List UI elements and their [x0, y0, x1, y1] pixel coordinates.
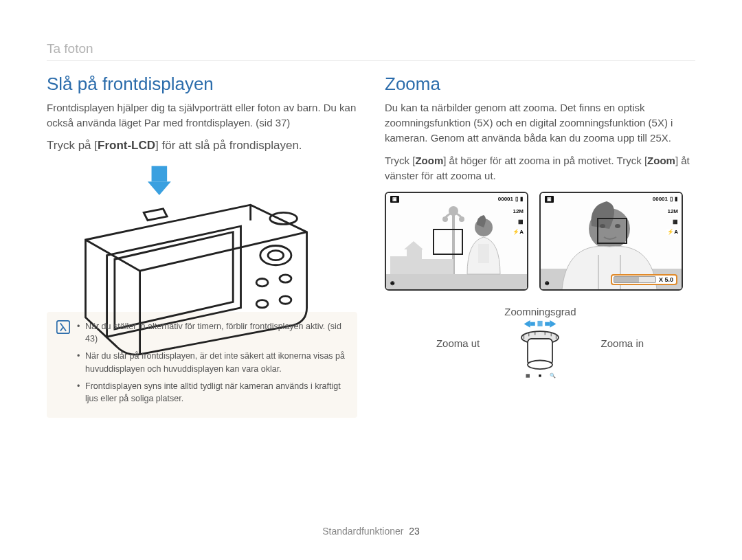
right-column: Zooma Du kan ta närbilder genom att zoom…	[385, 74, 695, 418]
focus-box	[433, 229, 463, 255]
instr-pre: Tryck på [	[47, 139, 98, 152]
svg-text:▦: ▦	[526, 372, 530, 379]
r-instr-b1: Zoom	[415, 155, 443, 166]
svg-rect-17	[419, 259, 453, 274]
screen-zoomed: ▣ 00001 ▯ ▮ 12M ▦ ⚡A ☻	[539, 192, 683, 291]
two-column-layout: Slå på frontdisplayen Frontdisplayen hjä…	[47, 74, 695, 418]
osd-flash: ⚡A	[512, 229, 524, 235]
osd-quality-icon: ▦	[517, 219, 524, 225]
svg-point-7	[280, 295, 291, 303]
zoomningsgrad-label: Zoomningsgrad	[504, 306, 576, 317]
note-list: När du ställer in alternativ för timern,…	[77, 320, 348, 410]
svg-rect-19	[386, 274, 527, 289]
svg-rect-0	[152, 166, 168, 181]
zoom-in-label: Zooma in	[601, 337, 644, 349]
manual-page: Ta foton Slå på frontdisplayen Frontdisp…	[0, 0, 742, 560]
camera-mode-icon: ▣	[390, 196, 399, 203]
svg-point-13	[442, 216, 448, 222]
focus-box	[597, 218, 627, 244]
left-column: Slå på frontdisplayen Frontdisplayen hjä…	[47, 74, 357, 418]
osd-res: 12M	[512, 208, 524, 214]
osd-counter: 00001	[653, 196, 668, 202]
right-heading: Zooma	[385, 74, 695, 95]
svg-rect-21	[478, 244, 489, 263]
battery-icon: ▮	[520, 196, 523, 202]
camera-illustration	[47, 162, 357, 300]
osd-res: 12M	[666, 208, 679, 214]
svg-point-5	[280, 274, 291, 282]
sd-icon: ▯	[515, 196, 518, 202]
face-icon: ☻	[389, 279, 396, 287]
right-intro: Du kan ta närbilder genom att zooma. Det…	[385, 100, 695, 145]
footer-page: 23	[409, 526, 420, 537]
svg-marker-29	[550, 320, 556, 328]
svg-point-14	[459, 216, 464, 222]
screen-wide: ▣ 00001 ▯ ▮ 12M ▦ ⚡A ☻	[385, 192, 528, 291]
preview-screens: ▣ 00001 ▯ ▮ 12M ▦ ⚡A ☻	[385, 192, 695, 291]
svg-point-8	[270, 212, 297, 224]
instr-bold: Front-LCD	[98, 139, 155, 152]
sd-icon: ▯	[670, 196, 673, 202]
left-instruction: Tryck på [Front-LCD] för att slå på fron…	[47, 139, 357, 153]
instr-post: ] för att slå på frondisplayen.	[155, 139, 302, 152]
divider	[47, 60, 695, 61]
osd-top: ▣ 00001 ▯ ▮	[545, 196, 677, 203]
note-item: När du slår på frontdisplayen, är det in…	[77, 350, 348, 376]
osd-right-col: 12M ▦ ⚡A	[666, 208, 679, 235]
svg-point-3	[268, 250, 284, 260]
zoom-labels: Zooma ut Zoomningsgrad	[385, 306, 695, 382]
svg-point-40	[528, 360, 552, 369]
left-heading: Slå på frontdisplayen	[47, 74, 357, 95]
svg-marker-1	[148, 181, 171, 195]
zoom-out-label: Zooma ut	[436, 337, 480, 349]
camera-mode-icon: ▣	[545, 196, 554, 203]
osd-flash: ⚡A	[666, 229, 679, 235]
svg-marker-27	[524, 320, 530, 328]
page-footer: Standardfunktioner 23	[0, 526, 742, 537]
chapter-title: Ta foton	[47, 41, 695, 56]
svg-point-4	[256, 278, 268, 286]
osd-counter: 00001	[498, 196, 513, 202]
svg-point-6	[256, 300, 268, 307]
zoom-center: Zoomningsgrad	[504, 306, 576, 382]
svg-rect-31	[538, 321, 543, 326]
zoom-indicator: X 5.0	[611, 274, 677, 285]
battery-icon: ▮	[675, 196, 677, 202]
arrow-down-icon	[148, 166, 171, 194]
note-icon	[56, 320, 70, 334]
r-instr-mid: ] åt höger för att zooma in på motivet. …	[443, 155, 647, 166]
zoom-dial-icon: ▦ ■ 🔍	[509, 320, 571, 382]
svg-point-2	[260, 245, 291, 265]
footer-section: Standardfunktioner	[322, 526, 403, 537]
r-instr-b2: Zoom	[647, 155, 675, 166]
osd-quality-icon: ▦	[672, 219, 679, 225]
left-intro: Frontdisplayen hjälper dig ta självportr…	[47, 100, 357, 131]
note-item: Frontdisplayen syns inte alltid tydligt …	[77, 380, 348, 406]
zoom-value: X 5.0	[657, 276, 675, 283]
note-box: När du ställer in alternativ för timern,…	[47, 312, 357, 418]
note-item: När du ställer in alternativ för timern,…	[77, 320, 348, 346]
r-instr-pre: Tryck [	[385, 155, 415, 166]
svg-text:■: ■	[539, 372, 541, 379]
zoom-bar	[614, 276, 656, 283]
right-instruction: Tryck [Zoom] åt höger för att zooma in p…	[385, 153, 695, 183]
svg-text:🔍: 🔍	[550, 372, 556, 379]
osd-top: ▣ 00001 ▯ ▮	[390, 196, 523, 203]
osd-right-col: 12M ▦ ⚡A	[512, 208, 524, 235]
face-icon: ☻	[543, 279, 551, 287]
svg-rect-28	[530, 322, 535, 325]
svg-rect-30	[546, 322, 550, 325]
